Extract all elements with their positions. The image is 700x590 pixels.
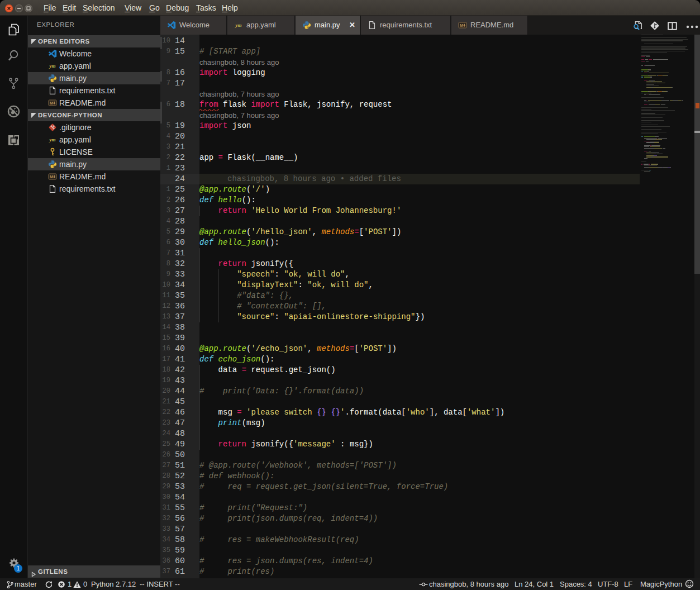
svg-text:M: M bbox=[50, 101, 53, 106]
svg-text:ym: ym bbox=[49, 63, 56, 69]
svg-text:M: M bbox=[50, 174, 53, 179]
svg-text:M: M bbox=[460, 23, 463, 28]
svg-text:ym: ym bbox=[235, 22, 242, 28]
svg-text:ym: ym bbox=[49, 137, 56, 142]
